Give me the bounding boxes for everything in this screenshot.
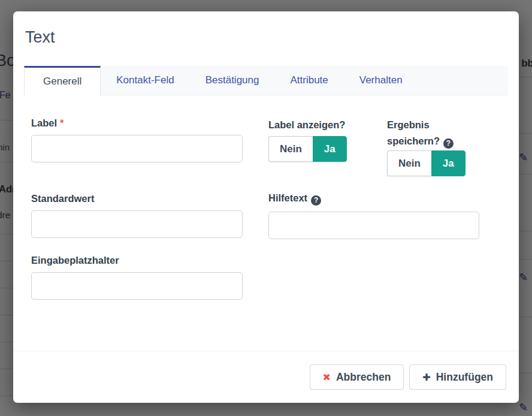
save-result-no-button[interactable]: Nein — [387, 150, 431, 176]
default-value-input[interactable] — [31, 210, 243, 238]
save-result-label-text: Ergebnis speichern? — [387, 119, 440, 146]
form-column-right: Label anzeigen? NeinJa Ergebnis speicher… — [268, 117, 479, 300]
save-result-toggle: NeinJa — [387, 150, 466, 176]
modal-dialog: Text Generell Kontakt-Feld Bestätigung A… — [13, 11, 519, 403]
help-circle-icon[interactable]: ? — [311, 195, 321, 206]
cancel-button[interactable]: ✖ Abbrechen — [310, 364, 404, 390]
input-placeholder-label: Eingabeplatzhalter — [31, 254, 243, 266]
tab-bestaetigung[interactable]: Bestätigung — [190, 66, 275, 95]
label-field-label: Label* — [31, 117, 243, 129]
add-button[interactable]: ✚ Hinzufügen — [409, 364, 506, 390]
input-placeholder-input[interactable] — [31, 272, 243, 300]
close-x-icon: ✖ — [323, 372, 331, 383]
show-label-group: Label anzeigen? NeinJa — [268, 117, 347, 176]
help-circle-icon[interactable]: ? — [443, 138, 454, 149]
help-text-input[interactable] — [268, 212, 479, 239]
save-result-label: Ergebnis speichern?? — [387, 117, 471, 149]
tab-verhalten[interactable]: Verhalten — [344, 66, 418, 95]
tab-bar: Generell Kontakt-Feld Bestätigung Attrib… — [24, 66, 508, 95]
default-value-group: Standardwert — [31, 192, 243, 238]
toggles-row: Label anzeigen? NeinJa Ergebnis speicher… — [268, 117, 479, 176]
label-field-label-text: Label — [31, 117, 57, 128]
default-value-label: Standardwert — [31, 192, 243, 204]
show-label-toggle: NeinJa — [268, 136, 347, 162]
cancel-button-label: Abbrechen — [336, 371, 391, 384]
show-label-label: Label anzeigen? — [268, 117, 347, 133]
label-field-group: Label* — [31, 117, 243, 162]
help-text-group: Hilfetext? — [268, 192, 479, 239]
tab-attribute[interactable]: Attribute — [274, 66, 343, 95]
save-result-yes-button[interactable]: Ja — [431, 150, 466, 176]
tab-generell[interactable]: Generell — [24, 66, 101, 95]
save-result-group: Ergebnis speichern?? NeinJa — [387, 117, 471, 176]
form-column-left: Label* Standardwert Eingabeplatzhalter — [31, 117, 243, 300]
add-button-label: Hinzufügen — [436, 371, 493, 384]
plus-icon: ✚ — [422, 372, 430, 383]
tab-kontakt-feld[interactable]: Kontakt-Feld — [101, 66, 189, 95]
modal-title: Text — [25, 28, 519, 47]
show-label-no-button[interactable]: Nein — [268, 136, 313, 162]
help-text-label: Hilfetext? — [268, 192, 479, 206]
help-text-label-text: Hilfetext — [268, 192, 307, 203]
input-placeholder-group: Eingabeplatzhalter — [31, 254, 243, 300]
tab-content-generell: Label* Standardwert Eingabeplatzhalter L… — [13, 95, 519, 300]
required-asterisk: * — [60, 117, 64, 128]
label-input[interactable] — [31, 135, 243, 162]
modal-footer: ✖ Abbrechen ✚ Hinzufügen — [13, 351, 519, 403]
show-label-yes-button[interactable]: Ja — [313, 136, 347, 162]
